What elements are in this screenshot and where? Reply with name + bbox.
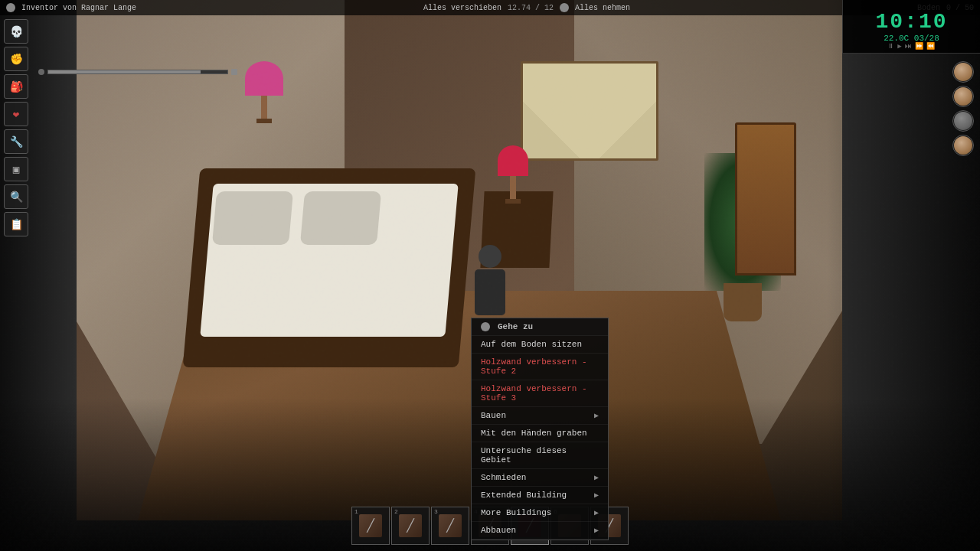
health-dot	[38, 69, 44, 75]
take-all-icon	[560, 3, 569, 12]
heart-button[interactable]: ❤	[4, 102, 28, 126]
menu-item-more-buildings[interactable]: More Buildings ▶	[472, 504, 608, 522]
clock-controls: ⏸ ▶ ⏭ ⏩ ⏪	[842, 42, 980, 51]
door	[735, 122, 796, 276]
bed	[191, 168, 482, 383]
demolish-arrow: ▶	[594, 526, 599, 535]
tools-button[interactable]: 🔧	[4, 129, 28, 154]
sit-label: Auf dem Boden sitzen	[481, 340, 582, 349]
health-bar-end	[231, 69, 237, 75]
clock-time: 10:10	[875, 10, 947, 34]
health-bar-fill	[48, 70, 201, 73]
face-3	[954, 112, 972, 130]
hotbar-item-2: ╱	[399, 514, 422, 537]
fff-btn[interactable]: ⏩	[915, 42, 923, 51]
menu-item-build[interactable]: Bauen ▶	[472, 407, 608, 425]
hotbar-item-3: ╱	[439, 514, 462, 537]
menu-item-sit[interactable]: Auf dem Boden sitzen	[472, 336, 608, 354]
take-all-label[interactable]: Alles nehmen	[575, 4, 630, 12]
menu-item-extended-building[interactable]: Extended Building ▶	[472, 487, 608, 504]
hotbar-slot-3[interactable]: 3 ╱	[431, 507, 469, 545]
upgrade-wall-3-label: Holzwand verbessern - Stufe 3	[481, 384, 599, 403]
hotbar-number-1: 1	[354, 508, 358, 515]
transfer-all-label[interactable]: Alles verschieben	[423, 4, 501, 12]
context-menu-header: Gehe zu	[472, 318, 608, 336]
lamp-left	[245, 61, 283, 122]
right-icons	[952, 61, 974, 156]
hotbar-number-2: 2	[394, 508, 398, 515]
extended-building-arrow: ▶	[594, 491, 599, 500]
rw-btn[interactable]: ⏪	[926, 42, 935, 51]
forge-arrow: ▶	[594, 473, 599, 482]
hotbar-item-1: ╱	[359, 514, 382, 537]
health-bar	[47, 70, 228, 74]
build-arrow: ▶	[594, 411, 599, 420]
inventory-label[interactable]: Inventor von Ragnar Lange	[21, 4, 136, 12]
menu-item-upgrade-wall-2[interactable]: Holzwand verbessern - Stufe 2	[472, 354, 608, 380]
hotbar-slot-2[interactable]: 2 ╱	[391, 507, 430, 545]
face-1	[954, 63, 972, 81]
wall-map	[521, 61, 658, 161]
investigate-label: Untersuche dieses Gebiet	[481, 446, 599, 465]
forge-label: Schmieden	[481, 473, 526, 482]
fist-button[interactable]: ✊	[4, 47, 28, 71]
top-bar: Inventor von Ragnar Lange Alles verschie…	[0, 0, 980, 15]
inventory-icon	[6, 3, 15, 12]
face-4	[954, 136, 972, 155]
top-bar-center: Alles verschieben 12.74 / 12 Alles nehme…	[423, 3, 630, 12]
more-buildings-arrow: ▶	[594, 508, 599, 517]
health-area	[38, 69, 237, 75]
upgrade-wall-2-label: Holzwand verbessern - Stufe 2	[481, 357, 599, 376]
health-bar-container	[38, 69, 237, 75]
menu-item-demolish[interactable]: Abbauen ▶	[472, 522, 608, 540]
menu-item-upgrade-wall-3[interactable]: Holzwand verbessern - Stufe 3	[472, 380, 608, 407]
character-portrait-3[interactable]	[952, 110, 974, 132]
more-buildings-label: More Buildings	[481, 508, 551, 517]
menu-item-forge[interactable]: Schmieden ▶	[472, 469, 608, 487]
hotbar-number-3: 3	[434, 508, 438, 515]
character-portrait-1[interactable]	[952, 61, 974, 83]
dig-label: Mit den Händen graben	[481, 429, 587, 438]
build-label: Bauen	[481, 411, 506, 420]
bedside-lamp	[498, 145, 528, 207]
hotbar-slot-1[interactable]: 1 ╱	[351, 507, 390, 545]
goto-icon	[481, 322, 490, 331]
notes-button[interactable]: 📋	[4, 212, 28, 236]
skull-button[interactable]: 💀	[4, 19, 28, 44]
left-sidebar: 💀 ✊ 🎒 ❤ 🔧 ▣ 🔍 📋	[4, 19, 34, 236]
pause-btn[interactable]: ⏸	[887, 42, 894, 51]
character-portrait-2[interactable]	[952, 86, 974, 107]
character-portrait-4[interactable]	[952, 135, 974, 156]
coords-label: 12.74 / 12	[508, 4, 554, 12]
search-button[interactable]: 🔍	[4, 184, 28, 209]
demolish-label: Abbauen	[481, 526, 516, 535]
play-btn[interactable]: ▶	[897, 42, 901, 51]
ff-btn[interactable]: ⏭	[905, 42, 912, 51]
box-button[interactable]: ▣	[4, 157, 28, 181]
player-character	[467, 245, 513, 306]
menu-item-dig[interactable]: Mit den Händen graben	[472, 425, 608, 442]
top-bar-left: Inventor von Ragnar Lange	[6, 3, 136, 12]
backpack-button[interactable]: 🎒	[4, 74, 28, 99]
goto-label: Gehe zu	[498, 322, 533, 331]
clock-panel: 10:10 22.0C 03/28 ⏸ ▶ ⏭ ⏩ ⏪	[842, 0, 980, 54]
face-2	[954, 87, 972, 106]
context-menu: Gehe zu Auf dem Boden sitzen Holzwand ve…	[471, 318, 609, 540]
extended-building-label: Extended Building	[481, 491, 567, 500]
menu-item-investigate[interactable]: Untersuche dieses Gebiet	[472, 442, 608, 469]
